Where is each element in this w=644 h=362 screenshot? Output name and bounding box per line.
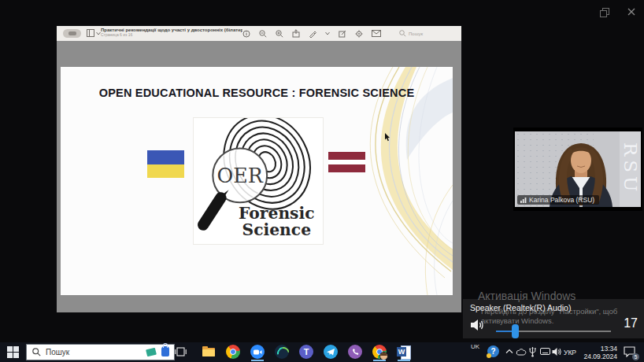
participant-name: Karina Palkova (RSU) [529,196,594,204]
teams-icon[interactable]: T [299,345,313,359]
search-icon [32,348,41,356]
pdf-canvas: OPEN EDUCATIONAL RESOURCE : FORENSIC SCI… [57,41,461,312]
draw-pen-icon[interactable] [309,30,316,38]
chrome-icon[interactable] [226,345,240,359]
thumbnails-icon [87,29,94,37]
tray-chevron-up-icon[interactable] [505,349,513,354]
volume-slider[interactable] [496,331,611,332]
teams-letter: T [304,347,309,356]
zoom-in-icon[interactable] [276,30,283,38]
taskbar-clock[interactable]: 13:34 24.09.2024 [579,345,617,360]
word-icon[interactable]: W [397,345,411,359]
file-explorer-icon[interactable] [202,345,216,359]
floating-language-badge: UK [471,343,479,350]
ukraine-flag [147,150,184,178]
speaker-icon[interactable] [470,318,486,332]
edit-icon[interactable] [339,30,346,38]
profile-avatar [379,352,388,360]
notification-count-badge: 5 [632,353,639,360]
volume-level-value: 17 [624,316,638,331]
page-thumbnails-button[interactable] [87,29,101,37]
info-icon[interactable] [242,30,250,38]
notebook-art-icon [146,348,157,357]
oer-logo-graphic: OER Forensic Science [194,118,321,242]
logo-caption-line2: Science [242,220,311,239]
share-icon[interactable] [292,29,300,38]
toolbar-search[interactable]: Пошук [399,30,423,37]
mouse-cursor [384,133,390,142]
document-title-block: Практичні рекомендації щодо участі у дво… [101,28,242,38]
participant-video: RSU Karina Palkova (RSU [515,131,641,207]
task-view-icon[interactable] [175,346,187,357]
clock-date: 24.09.2024 [579,353,617,360]
toolbar-actions: Пошук [242,29,423,38]
taskbar-search-box[interactable]: Пошук [26,344,175,360]
page-indicator: Страница 6 из 16 [101,33,242,38]
webex-icon[interactable] [275,345,289,359]
latvia-flag [328,152,365,172]
zoom-out-icon[interactable] [259,30,267,38]
taskbar-app-row: T W [202,345,411,359]
zoom-app-icon[interactable] [250,345,265,359]
help-tray-icon[interactable]: ? [487,345,499,357]
ukraine-flag-blue-stripe [147,150,184,164]
word-letter: W [398,348,405,356]
draw-dropdown-icon[interactable] [325,31,330,35]
taskbar-search-label: Пошук [46,348,69,356]
search-icon [399,30,406,37]
toolbar-toggle-pill[interactable] [63,29,81,38]
latvia-flag-red-stripe [328,152,365,160]
notification-center-icon[interactable]: 5 [624,346,638,359]
oer-forensic-logo: OER Forensic Science [193,117,324,245]
windows-taskbar: Пошук T [0,342,644,362]
chrome-profile-icon[interactable] [372,345,387,359]
toolbar-search-label: Пошук [409,31,423,36]
pdf-toolbar: Практичні рекомендації щодо участі у дво… [57,26,461,42]
pdf-viewer-window: Практичні рекомендації щодо участі у дво… [57,26,461,312]
participant-name-label: Karina Palkova (RSU) [517,195,599,205]
slide-page: OPEN EDUCATIONAL RESOURCE : FORENSIC SCI… [61,67,453,295]
latvia-flag-red-stripe [328,164,365,172]
slide-decoration-swirl [327,67,453,295]
search-box-illustration [143,345,172,358]
viber-icon[interactable] [348,345,362,359]
clock-time: 13:34 [579,345,617,353]
meeting-shared-screen: Практичні рекомендації щодо участі у дво… [0,0,644,362]
volume-tray-icon[interactable] [552,347,562,356]
start-button[interactable] [7,346,19,358]
device-tray-icon[interactable] [540,348,550,355]
volume-slider-handle[interactable] [512,324,519,338]
ukraine-flag-yellow-stripe [147,164,184,179]
onedrive-cloud-icon[interactable] [516,348,527,356]
backpack-art-icon [161,346,169,356]
slide-title: OPEN EDUCATIONAL RESOURCE : FORENSIC SCI… [61,87,453,99]
close-icon[interactable] [626,6,637,17]
audio-device-name: Speaker (Realtek(R) Audio) [470,303,571,312]
email-icon[interactable] [372,30,381,37]
participant-video-tile[interactable]: RSU Karina Palkova (RSU [513,127,642,211]
telegram-icon[interactable] [324,345,338,359]
oer-lens-text: OER [217,164,264,187]
connection-signal-icon [520,197,527,203]
language-indicator[interactable]: УКР [564,349,576,356]
help-question-glyph: ? [490,347,495,356]
volume-osd-popup: Speaker (Realtek(R) Audio) 17 [463,299,644,338]
settings-gear-icon[interactable] [355,30,363,38]
restore-window-icon[interactable] [600,8,609,17]
usb-tray-icon[interactable] [529,346,536,357]
